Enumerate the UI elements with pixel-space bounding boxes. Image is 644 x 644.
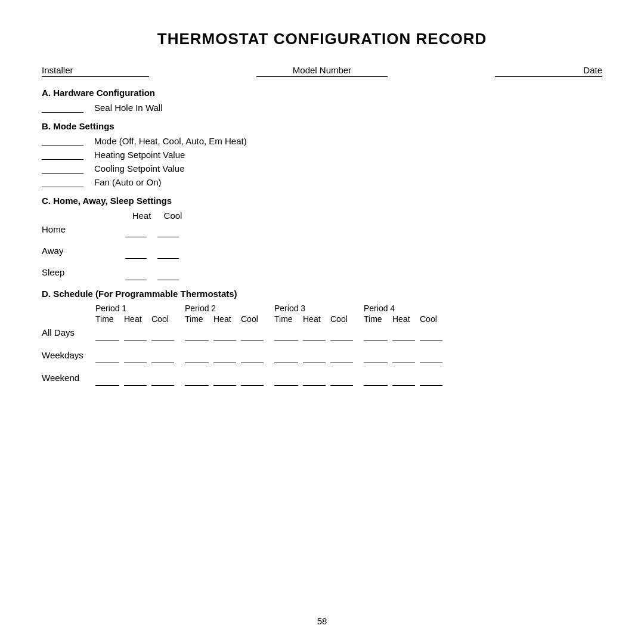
home-cool-blank [157,237,179,237]
p1-col-heads: Time Heat Cool [95,314,185,324]
sleep-blanks [125,280,602,280]
p1-cool-head: Cool [151,314,179,324]
page-title: THERMOSTAT CONFIGURATION RECORD [42,30,602,48]
sleep-heat-blank [125,280,147,280]
wd-p3-time [274,363,298,363]
weekend-label: Weekend [42,373,602,383]
section-b-row-2: Heating Setpoint Value [42,150,602,160]
home-label: Home [42,224,602,234]
sch-spacer [42,304,95,313]
installer-label: Installer [42,65,228,75]
section-a-blank-1 [42,112,83,113]
ad-p3-heat [303,340,326,340]
we-p3-cool [330,385,353,386]
p2-col-heads: Time Heat Cool [185,314,274,324]
section-b-blank-2 [42,159,83,160]
we-p2-time [185,385,209,386]
section-a-title: A. Hardware Configuration [42,88,602,98]
section-c-title: C. Home, Away, Sleep Settings [42,196,602,206]
sch-spacer2 [42,314,95,324]
section-d: D. Schedule (For Programmable Thermostat… [42,289,602,386]
ad-p3-cool [330,340,353,340]
away-row-group: Away [42,246,602,259]
p4-heat-head: Heat [392,314,420,324]
section-b-item-2: Heating Setpoint Value [94,150,185,160]
weekdays-label: Weekdays [42,350,602,360]
ad-p2-heat [213,340,236,340]
we-p1-cool [151,385,174,386]
ad-p1-cool [151,340,174,340]
section-b-row-4: Fan (Auto or On) [42,177,602,187]
wd-p1-heat [124,363,147,363]
wd-p2-heat [213,363,236,363]
we-p1-heat [124,385,147,386]
sleep-label: Sleep [42,267,602,277]
section-b-blank-4 [42,187,83,187]
period-3-label: Period 3 [274,304,364,313]
ad-p4-cool [420,340,442,340]
weekdays-blanks [95,363,602,363]
page: THERMOSTAT CONFIGURATION RECORD Installe… [0,0,644,644]
sleep-row-group: Sleep [42,267,602,280]
ad-p2-cool [241,340,264,340]
hc-header: Heat Cool [125,210,602,221]
weekend-group: Weekend [42,373,602,386]
we-p4-heat [392,385,415,386]
ad-p4-heat [392,340,415,340]
heat-col-header: Heat [125,210,158,221]
ad-p1-heat [124,340,147,340]
wd-p4-heat [392,363,415,363]
p1-time-head: Time [95,314,124,324]
p4-time-head: Time [364,314,392,324]
p2-heat-head: Heat [213,314,241,324]
section-b-blank-1 [42,145,83,146]
section-a: A. Hardware Configuration Seal Hole In W… [42,88,602,113]
ad-p4-time [364,340,388,340]
section-b-row-3: Cooling Setpoint Value [42,163,602,174]
period-4-label: Period 4 [364,304,453,313]
date-label: Date [416,65,602,75]
all-days-blanks [95,340,602,340]
page-number: 58 [317,616,327,626]
section-b: B. Mode Settings Mode (Off, Heat, Cool, … [42,121,602,187]
section-b-item-1: Mode (Off, Heat, Cool, Auto, Em Heat) [94,136,247,146]
wd-p4-time [364,363,388,363]
date-underline [495,76,602,77]
home-row-group: Home [42,224,602,237]
p3-col-heads: Time Heat Cool [274,314,364,324]
away-label: Away [42,246,602,256]
weekend-blanks [95,385,602,386]
away-cool-blank [157,258,179,259]
header-underlines [42,76,602,77]
wd-p4-cool [420,363,442,363]
p1-heat-head: Heat [124,314,151,324]
model-label: Model Number [228,65,415,75]
cool-col-header: Cool [158,210,188,221]
section-a-item-1: Seal Hole In Wall [94,103,163,113]
col-headers-row: Time Heat Cool Time Heat Cool Time Heat … [42,314,602,324]
sleep-cool-blank [157,280,179,280]
period-2-label: Period 2 [185,304,274,313]
we-p3-time [274,385,298,386]
section-c: C. Home, Away, Sleep Settings Heat Cool … [42,196,602,280]
we-p3-heat [303,385,326,386]
wd-p2-cool [241,363,264,363]
section-b-blank-3 [42,173,83,174]
section-d-title: D. Schedule (For Programmable Thermostat… [42,289,602,299]
all-days-group: All Days [42,327,602,340]
all-days-label: All Days [42,327,602,338]
ad-p2-time [185,340,209,340]
p3-time-head: Time [274,314,303,324]
away-heat-blank [125,258,147,259]
ad-p3-time [274,340,298,340]
we-p4-cool [420,385,442,386]
we-p2-cool [241,385,264,386]
we-p1-time [95,385,119,386]
away-blanks [125,258,602,259]
p3-cool-head: Cool [330,314,358,324]
model-underline [256,76,388,77]
weekdays-group: Weekdays [42,350,602,363]
p4-col-heads: Time Heat Cool [364,314,453,324]
wd-p1-time [95,363,119,363]
p4-cool-head: Cool [420,314,447,324]
